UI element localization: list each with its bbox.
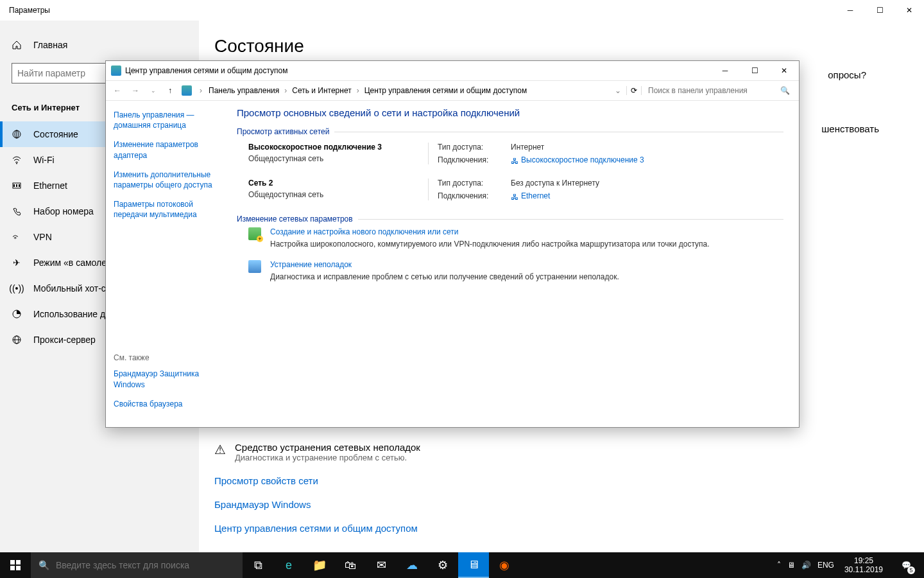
sidebar-home-label: Главная bbox=[33, 40, 67, 50]
cp-search-input[interactable] bbox=[644, 83, 773, 98]
hotspot-icon: ((•)) bbox=[12, 283, 22, 293]
see-also-browser[interactable]: Свойства браузера bbox=[114, 399, 227, 409]
svg-point-3 bbox=[16, 163, 17, 164]
home-icon bbox=[12, 40, 22, 50]
cp-maximize-button[interactable]: ☐ bbox=[740, 61, 769, 80]
data-usage-icon bbox=[12, 309, 22, 319]
active-networks-label: Просмотр активных сетей bbox=[237, 127, 783, 136]
cp-close-button[interactable]: ✕ bbox=[769, 61, 799, 80]
breadcrumb-item[interactable]: Панель управления bbox=[207, 85, 280, 96]
network-center-icon bbox=[111, 66, 121, 76]
tray-chevron-icon[interactable]: ˄ bbox=[777, 561, 781, 570]
nav-forward-button[interactable]: → bbox=[128, 86, 143, 95]
network-block: Сеть 2 Общедоступная сеть Тип доступа: Б… bbox=[248, 179, 783, 200]
settings-titlebar: Параметры ─ ☐ ✕ bbox=[0, 0, 924, 21]
task-title: Устранение неполадок bbox=[270, 260, 619, 269]
mail-icon[interactable]: ✉ bbox=[366, 552, 397, 578]
access-label: Тип доступа: bbox=[438, 143, 508, 152]
partial-text: опросы? bbox=[828, 69, 866, 80]
action-center-button[interactable]: 💬 5 bbox=[893, 552, 919, 578]
control-panel-taskbar-icon[interactable]: 🖥 bbox=[458, 552, 489, 578]
link-firewall[interactable]: Брандмауэр Windows bbox=[214, 499, 909, 510]
change-settings-label: Изменение сетевых параметров bbox=[237, 215, 783, 223]
breadcrumb-item[interactable]: Сеть и Интернет bbox=[291, 85, 352, 96]
taskbar-search-input[interactable] bbox=[56, 560, 235, 570]
task-title: Создание и настройка нового подключения … bbox=[270, 227, 710, 236]
windows-icon bbox=[10, 560, 21, 570]
cp-left-link-home[interactable]: Панель управления — домашняя страница bbox=[114, 110, 227, 130]
breadcrumb-sep: › bbox=[197, 86, 205, 95]
svg-rect-5 bbox=[13, 184, 15, 187]
connection-link[interactable]: Высокоскоростное подключение 3 bbox=[521, 155, 644, 164]
task-view-button[interactable]: ⧉ bbox=[243, 552, 273, 578]
minimize-button[interactable]: ─ bbox=[835, 0, 865, 21]
access-value: Интернет bbox=[511, 143, 783, 152]
close-button[interactable]: ✕ bbox=[894, 0, 924, 21]
troubleshooter[interactable]: ⚠ Средство устранения сетевых неполадок … bbox=[214, 442, 909, 462]
ethernet-icon bbox=[12, 180, 22, 191]
troubleshooter-desc: Диагностика и устранение проблем с сетью… bbox=[235, 453, 420, 462]
connection-icon: 🖧 bbox=[511, 157, 518, 164]
troubleshooter-title: Средство устранения сетевых неполадок bbox=[235, 442, 420, 453]
maximize-button[interactable]: ☐ bbox=[865, 0, 894, 21]
nav-back-button[interactable]: ← bbox=[110, 86, 125, 95]
svg-rect-13 bbox=[16, 560, 21, 565]
sidebar-item-label: Прокси-сервер bbox=[33, 335, 96, 345]
explorer-icon[interactable]: 📁 bbox=[304, 552, 335, 578]
sidebar-home[interactable]: Главная bbox=[0, 33, 199, 57]
refresh-button[interactable]: ⟳ bbox=[626, 86, 642, 95]
sidebar-item-label: VPN bbox=[33, 232, 52, 242]
wifi-icon bbox=[12, 155, 22, 165]
cp-left-link-streaming[interactable]: Параметры потоковой передачи мультимедиа bbox=[114, 199, 227, 220]
cp-left-link-sharing[interactable]: Изменить дополнительные параметры общего… bbox=[114, 170, 227, 190]
address-dropdown[interactable]: ⌄ bbox=[612, 86, 624, 95]
svg-rect-15 bbox=[16, 566, 21, 570]
store-icon[interactable]: 🛍 bbox=[335, 552, 366, 578]
system-tray: ˄ 🖥 🔊 ENG 19:25 30.11.2019 💬 5 bbox=[772, 552, 924, 578]
vpn-icon: ᯤ bbox=[12, 232, 22, 242]
network-name: Высокоскоростное подключение 3 bbox=[248, 143, 428, 152]
breadcrumb-sep: › bbox=[354, 86, 362, 95]
tray-date: 30.11.2019 bbox=[844, 565, 883, 574]
task-new-connection[interactable]: Создание и настройка нового подключения … bbox=[248, 227, 783, 250]
proxy-icon bbox=[12, 335, 22, 345]
tray-clock[interactable]: 19:25 30.11.2019 bbox=[841, 556, 887, 575]
taskbar-search[interactable]: 🔍 bbox=[31, 552, 243, 578]
tray-language[interactable]: ENG bbox=[817, 561, 834, 570]
edge-icon[interactable]: e bbox=[273, 552, 304, 578]
sidebar-item-label: Ethernet bbox=[33, 180, 67, 191]
cp-left-link-adapters[interactable]: Изменение параметров адаптера bbox=[114, 139, 227, 160]
cp-right-panel: Просмотр основных сведений о сети и наст… bbox=[234, 101, 799, 427]
tray-time: 19:25 bbox=[844, 556, 883, 565]
address-icon bbox=[182, 85, 192, 96]
cp-titlebar: Центр управления сетями и общим доступом… bbox=[106, 61, 799, 80]
settings-icon[interactable]: ⚙ bbox=[427, 552, 458, 578]
page-title: Состояние bbox=[214, 36, 909, 57]
warning-icon: ⚠ bbox=[214, 442, 226, 457]
origin-icon[interactable]: ◉ bbox=[489, 552, 520, 578]
search-icon[interactable]: 🔍 bbox=[775, 86, 795, 95]
task-troubleshoot[interactable]: Устранение неполадок Диагностика и испра… bbox=[248, 260, 783, 283]
cp-minimize-button[interactable]: ─ bbox=[710, 61, 740, 80]
breadcrumb-item[interactable]: Центр управления сетями и общим доступом bbox=[363, 85, 529, 96]
nav-history-button[interactable]: ⌄ bbox=[146, 87, 161, 94]
nav-up-button[interactable]: ↑ bbox=[164, 86, 176, 95]
cp-toolbar: ← → ⌄ ↑ › Панель управления › Сеть и Инт… bbox=[106, 80, 799, 101]
skype-icon[interactable]: ☁ bbox=[397, 552, 427, 578]
connection-icon: 🖧 bbox=[511, 193, 518, 200]
dialup-icon bbox=[12, 206, 22, 216]
link-network-center[interactable]: Центр управления сетями и общим доступом bbox=[214, 523, 909, 534]
search-icon: 🔍 bbox=[38, 560, 49, 570]
airplane-icon: ✈ bbox=[12, 258, 22, 268]
tray-volume-icon[interactable]: 🔊 bbox=[801, 561, 811, 570]
tray-network-icon[interactable]: 🖥 bbox=[787, 561, 795, 570]
cp-window-title: Центр управления сетями и общим доступом bbox=[125, 66, 288, 75]
start-button[interactable] bbox=[0, 552, 31, 578]
notification-badge: 5 bbox=[907, 566, 915, 574]
network-type: Общедоступная сеть bbox=[248, 154, 428, 163]
troubleshoot-icon bbox=[248, 260, 261, 273]
see-also-firewall[interactable]: Брандмауэр Защитника Windows bbox=[114, 369, 227, 389]
connection-link[interactable]: Ethernet bbox=[521, 191, 550, 200]
partial-text: шенствовать bbox=[821, 123, 879, 134]
link-view-properties[interactable]: Просмотр свойств сети bbox=[214, 475, 909, 486]
